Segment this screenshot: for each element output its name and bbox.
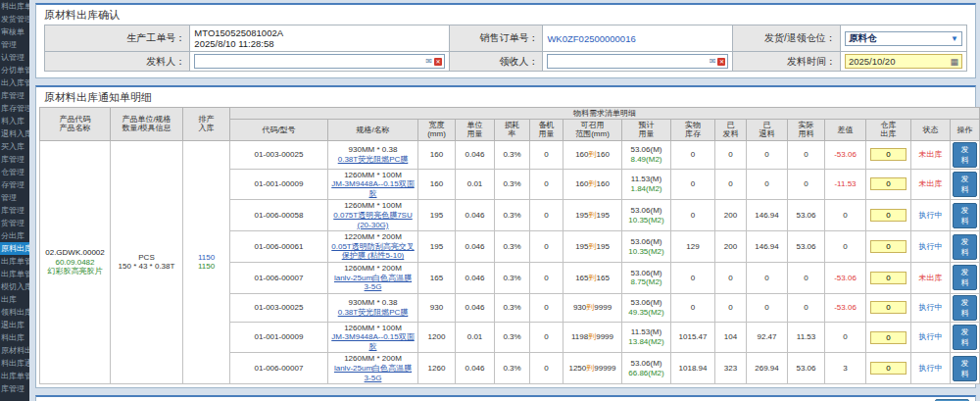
sidebar-item[interactable]: 料出库通知单 [0, 357, 29, 370]
sidebar-item[interactable]: 出库单管理 [0, 370, 29, 382]
issue-time-input[interactable] [849, 56, 951, 67]
actual-usage-cell: 0 [788, 262, 825, 293]
issue-button[interactable]: 发料 [953, 172, 977, 197]
backup-usage-cell: 0 [530, 262, 564, 293]
warehouse-outbound-input[interactable] [870, 177, 906, 190]
sidebar-item[interactable]: 买入库 [0, 140, 29, 153]
lookup-icon[interactable]: ✉ [425, 58, 432, 66]
warehouse-outbound-input[interactable] [870, 272, 906, 284]
col-header-product: 产品代码 产品名称 [40, 108, 111, 141]
lookup-icon[interactable]: ✉ [710, 58, 716, 66]
unit-usage-cell: 0.046 [456, 293, 495, 322]
est-sqmeters: 66.86(M2) [624, 369, 668, 378]
spec-line-2[interactable]: 0.05T透明防刮高亮交叉保护膜 (粘性5-10) [330, 242, 416, 261]
sidebar-item[interactable]: 料入库 [0, 115, 29, 127]
issue-button[interactable]: 发料 [953, 142, 977, 168]
operation-cell: 发料 [951, 353, 980, 384]
issue-button[interactable]: 发料 [953, 295, 977, 321]
range-from: 1250 [568, 364, 586, 373]
range-to: 99999 [594, 364, 615, 373]
issue-button[interactable]: 发料 [953, 325, 977, 350]
estimated-usage-cell: 53.06(M) 8.49(M2) [622, 140, 671, 169]
return-panel: 生产退料入库单明细 删除 *物料编码 物 [35, 395, 976, 401]
spec-line-2[interactable]: lanlv-25um白色高温膜 3-5G [330, 364, 416, 382]
sidebar-item[interactable]: 出库单管理 [0, 255, 29, 268]
sidebar-item[interactable]: 管理 [0, 191, 29, 204]
usable-range-cell: 160到160 [564, 140, 622, 169]
sidebar-item[interactable]: 退料入库 [0, 127, 29, 140]
material-code-cell: 01-003-00025 [230, 293, 328, 322]
returned-cell: 92.47 [747, 322, 788, 353]
clear-icon[interactable]: ✕ [434, 58, 442, 66]
material-spec-cell: 1220MM * 200M 0.05T透明防刮高亮交叉保护膜 (粘性5-10) [328, 231, 418, 263]
issue-button[interactable]: 发料 [953, 265, 977, 290]
sidebar-item[interactable]: 分切单管理 [0, 64, 29, 76]
estimated-usage-cell: 53.06(M) 66.86(M2) [622, 353, 671, 384]
spec-line-2[interactable]: 0.38T荧光阻燃PC膜 [330, 155, 416, 165]
estimated-usage-cell: 53.06(M) 8.75(M2) [622, 262, 671, 293]
sidebar-item[interactable]: 原料出库单 [0, 242, 29, 255]
col-header-status: 状态 [911, 120, 951, 140]
sidebar-item[interactable]: 货管理 [0, 217, 29, 229]
sidebar-item[interactable]: 模切入库单 [0, 280, 29, 293]
col-header-unit-usage: 单位 用量 [456, 120, 495, 140]
spec-line-2[interactable]: JM-3M9448A--0.15双面胶 [330, 179, 416, 198]
issue-button[interactable]: 发料 [953, 203, 977, 228]
chevron-down-icon[interactable]: ▼ [951, 34, 958, 43]
warehouse-outbound-input[interactable] [870, 301, 906, 314]
returned-cell: 0 [747, 140, 788, 169]
calendar-icon[interactable]: ▦ [950, 57, 958, 67]
sidebar-item[interactable]: 存管理 [0, 178, 29, 191]
warehouse-outbound-input[interactable] [870, 148, 906, 161]
issuer-label: 发料人： [45, 52, 190, 72]
sidebar-item[interactable]: 管理 [0, 38, 29, 51]
sidebar-item[interactable]: 料出库单 [0, 0, 29, 13]
usable-range-cell: 195到195 [564, 200, 622, 231]
sidebar-item[interactable]: 原材料出库单 [0, 344, 29, 357]
sidebar-item[interactable]: 库管理 [0, 89, 29, 102]
sidebar-item[interactable]: 库管理 [0, 204, 29, 217]
product-cell: 02.GDWK.00002 60.09.0482 幻彩胶高亮胶片 [40, 140, 111, 384]
sidebar-item[interactable]: 仓管理 [0, 166, 29, 178]
sidebar-item[interactable]: 出入库管理 [0, 76, 29, 89]
usable-range-cell: 1198到9999 [564, 322, 622, 353]
sidebar-item[interactable]: 审核单 [0, 25, 29, 38]
sidebar-item[interactable]: 认管理 [0, 51, 29, 64]
spec-line-2[interactable]: lanlv-25um白色高温膜 3-5G [330, 274, 416, 292]
issue-button[interactable]: 发料 [953, 356, 977, 381]
warehouse-select[interactable]: 原料仓 ▼ [845, 31, 962, 46]
warehouse-outbound-input[interactable] [870, 362, 906, 375]
sidebar-item[interactable]: 库管理 [0, 382, 29, 395]
sidebar-item[interactable]: 库存管理 [0, 102, 29, 115]
sidebar-item[interactable]: 分出库 [0, 229, 29, 242]
sidebar-item[interactable]: 库管理 [0, 153, 29, 166]
spec-line-2[interactable]: JM-3M9448A--0.15双面胶 [330, 332, 416, 351]
sidebar-item[interactable]: 发货管理 [0, 13, 29, 25]
group-header-material-requirements: 物料需求清单明细 [230, 108, 980, 120]
sidebar-item[interactable]: 料出库 [0, 331, 29, 344]
sidebar-item[interactable]: 出库单管理 [0, 268, 29, 280]
receiver-input[interactable]: ✉ ✕ [547, 54, 728, 69]
estimated-usage-cell: 53.06(M) 10.35(M2) [622, 231, 671, 263]
warehouse-outbound-input[interactable] [870, 240, 906, 253]
material-detail-table: 产品代码 产品名称 产品单位/规格 数量/模具信息 排产 入库 物料需求清单明细… [39, 107, 980, 384]
main-content: 原材料出库确认 生产工单号： MTO150525081002A 2025/8/1… [29, 0, 980, 401]
clear-icon[interactable]: ✕ [717, 58, 725, 66]
sidebar-item[interactable]: 领料出库 [0, 306, 29, 319]
sidebar-item[interactable]: 出库 [0, 293, 29, 306]
warehouse-outbound-input[interactable] [870, 209, 906, 222]
sidebar-item[interactable]: 退出库 [0, 319, 29, 331]
spec-line-2[interactable]: 0.38T荧光阻燃PC膜 [330, 308, 416, 318]
range-to: 9999 [594, 303, 612, 312]
diff-cell: 0 [825, 231, 866, 263]
issue-button[interactable]: 发料 [953, 234, 977, 260]
status-badge: 执行中 [911, 231, 951, 263]
col-header-code: 代码/型号 [230, 120, 328, 140]
status-badge: 未出库 [911, 262, 951, 293]
spec-line-2[interactable]: 0.075T透明亮色膜7SU (20-30G) [330, 211, 416, 229]
estimated-usage-cell: 53.06(M) 49.35(M2) [622, 293, 671, 322]
warehouse-outbound-cell [866, 353, 911, 384]
warehouse-outbound-input[interactable] [870, 331, 906, 344]
range-from: 160 [575, 179, 588, 188]
issuer-input[interactable]: ✉ ✕ [194, 54, 445, 69]
